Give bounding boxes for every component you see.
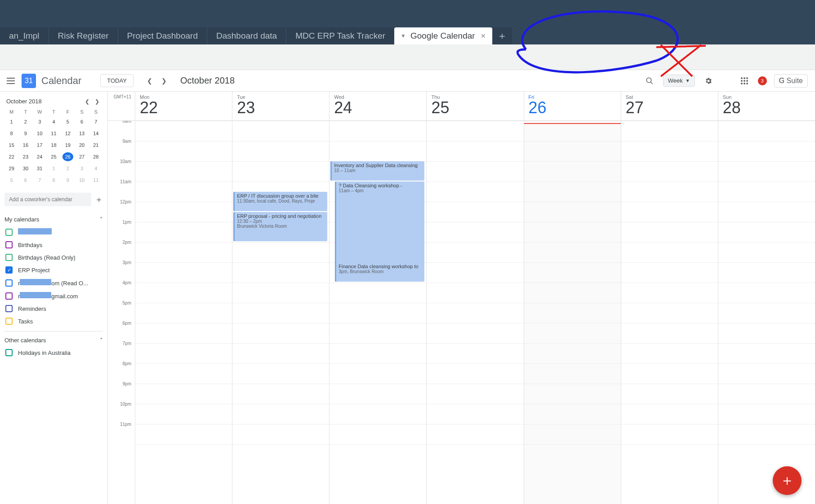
calendar-list-item[interactable]: Holidays in Australia (4, 346, 103, 359)
my-calendars-header[interactable]: My calendars ˄ (4, 211, 103, 225)
mini-cal-day[interactable]: 14 (90, 129, 101, 138)
mini-cal-day[interactable]: 13 (76, 129, 87, 138)
mini-cal-day[interactable]: 29 (6, 164, 17, 173)
mini-cal-prev[interactable]: ❮ (83, 98, 91, 105)
mini-cal-day[interactable]: 18 (48, 141, 59, 150)
calendar-checkbox[interactable] (5, 318, 13, 325)
mini-cal-day[interactable]: 4 (90, 164, 101, 173)
mini-cal-day[interactable]: 4 (48, 117, 59, 126)
calendar-event[interactable]: ERP / IT discussion group over a bite11:… (233, 192, 327, 211)
mini-cal-day[interactable]: 3 (76, 164, 87, 173)
mini-cal-day[interactable]: 26 (62, 152, 73, 161)
add-coworker-button[interactable]: ＋ (95, 194, 103, 205)
sheet-tab[interactable]: Project Dashboard (118, 27, 207, 44)
day-column[interactable]: Inventory and Supplier Data cleansing10 … (329, 121, 426, 504)
view-selector[interactable]: Week ▼ (663, 75, 695, 87)
calendar-list-item[interactable]: Reminders (4, 302, 103, 315)
mini-cal-day[interactable]: 10 (34, 129, 45, 138)
today-button[interactable]: TODAY (100, 74, 134, 87)
mini-cal-day[interactable]: 9 (20, 129, 31, 138)
day-column[interactable] (524, 121, 621, 504)
calendar-checkbox[interactable] (5, 254, 13, 261)
menu-icon[interactable] (5, 75, 16, 86)
mini-cal-day[interactable]: 12 (62, 129, 73, 138)
apps-icon[interactable] (738, 75, 751, 87)
calendar-list-item[interactable] (4, 225, 103, 239)
day-header[interactable]: Sun28 (718, 92, 815, 120)
search-icon[interactable] (643, 75, 656, 87)
mini-cal-day[interactable]: 19 (62, 141, 73, 150)
calendar-checkbox[interactable] (5, 305, 13, 312)
mini-cal-next[interactable]: ❯ (93, 98, 101, 105)
day-header[interactable]: Thu25 (426, 92, 523, 120)
mini-cal-day[interactable]: 6 (20, 176, 31, 185)
day-column[interactable] (718, 121, 815, 504)
mini-cal-day[interactable]: 17 (34, 141, 45, 150)
calendar-checkbox[interactable] (5, 266, 13, 274)
day-column[interactable] (135, 121, 232, 504)
day-header[interactable]: Wed24 (329, 92, 426, 120)
mini-cal-day[interactable]: 5 (62, 117, 73, 126)
gsuite-button[interactable]: G Suite (774, 74, 808, 88)
mini-cal-day[interactable]: 21 (90, 141, 101, 150)
mini-cal-day[interactable]: 9 (62, 176, 73, 185)
calendar-checkbox[interactable] (5, 279, 13, 287)
mini-cal-day[interactable]: 27 (76, 152, 87, 161)
next-period-button[interactable]: ❯ (158, 75, 170, 87)
mini-cal-day[interactable]: 28 (90, 152, 101, 161)
day-column[interactable] (426, 121, 523, 504)
calendar-checkbox[interactable] (5, 241, 13, 248)
add-tab-button[interactable]: ＋ (492, 27, 512, 44)
sheet-tab[interactable]: Risk Register (49, 27, 118, 44)
sheet-tab[interactable]: MDC ERP Task Tracker (286, 27, 394, 44)
mini-cal-day[interactable]: 2 (20, 117, 31, 126)
day-column[interactable]: ERP / IT discussion group over a bite11:… (232, 121, 329, 504)
mini-cal-day[interactable]: 23 (20, 152, 31, 161)
day-column[interactable] (621, 121, 718, 504)
day-header[interactable]: Mon22 (135, 92, 232, 120)
mini-cal-day[interactable]: 1 (6, 117, 17, 126)
calendar-checkbox[interactable] (5, 349, 13, 356)
mini-cal-day[interactable]: 2 (62, 164, 73, 173)
mini-cal-day[interactable]: 30 (20, 164, 31, 173)
calendar-list-item[interactable]: Birthdays (4, 239, 103, 251)
other-calendars-header[interactable]: Other calendars ˄ (4, 331, 103, 346)
mini-cal-day[interactable]: 6 (76, 117, 87, 126)
notifications-badge[interactable]: 3 (758, 76, 767, 85)
mini-cal-day[interactable]: 22 (6, 152, 17, 161)
calendar-event[interactable]: ERP proposal - pricing and negotiation12… (233, 212, 327, 242)
calendar-list-item[interactable]: Birthdays (Read Only) (4, 251, 103, 264)
add-coworker-input[interactable] (4, 193, 91, 206)
mini-cal-day[interactable]: 10 (76, 176, 87, 185)
mini-cal-day[interactable]: 15 (6, 141, 17, 150)
gear-icon[interactable] (702, 75, 715, 87)
calendar-list-item[interactable]: Tasks (4, 315, 103, 327)
calendar-list-item[interactable]: rgmail.com (4, 289, 103, 302)
close-icon[interactable]: ✕ (481, 32, 486, 40)
mini-cal-day[interactable]: 5 (6, 176, 17, 185)
mini-cal-day[interactable]: 7 (34, 176, 45, 185)
calendar-list-item[interactable]: ERP Project (4, 264, 103, 276)
mini-cal-day[interactable]: 7 (90, 117, 101, 126)
mini-cal-day[interactable]: 31 (34, 164, 45, 173)
calendar-checkbox[interactable] (5, 292, 13, 300)
create-event-fab[interactable]: ＋ (773, 466, 802, 495)
mini-cal-day[interactable]: 24 (34, 152, 45, 161)
mini-cal-day[interactable]: 20 (76, 141, 87, 150)
mini-cal-day[interactable]: 11 (48, 129, 59, 138)
mini-cal-day[interactable]: 8 (48, 176, 59, 185)
mini-cal-day[interactable]: 3 (34, 117, 45, 126)
mini-calendar[interactable]: MTWTFSS123456789101112131415161718192021… (4, 109, 103, 185)
calendar-list-item[interactable]: rom (Read O... (4, 276, 103, 289)
day-header[interactable]: Sat27 (621, 92, 718, 120)
day-header[interactable]: Fri26 (524, 92, 621, 120)
calendar-event[interactable]: Finance Data cleansing workshop to3pm, B… (335, 262, 424, 282)
day-header[interactable]: Tue23 (232, 92, 329, 120)
sheet-tab[interactable]: an_Impl (0, 27, 49, 44)
mini-cal-day[interactable]: 25 (48, 152, 59, 161)
calendar-event[interactable]: Inventory and Supplier Data cleansing10 … (330, 161, 424, 181)
prev-period-button[interactable]: ❮ (143, 75, 156, 87)
caret-down-icon[interactable]: ▼ (401, 33, 406, 39)
sheet-tab[interactable]: Dashboard data (207, 27, 286, 44)
mini-cal-day[interactable]: 11 (90, 176, 101, 185)
